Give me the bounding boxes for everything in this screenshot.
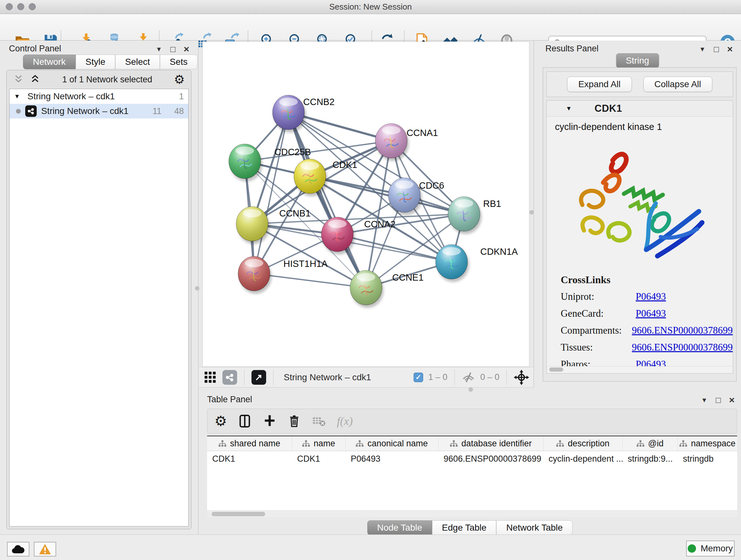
horizontal-splitter-handle[interactable] [468, 387, 473, 392]
network-collection-row[interactable]: ▼ String Network – cdk1 1 [10, 89, 188, 104]
section-expanded-icon[interactable]: ▼ [566, 105, 575, 112]
network-canvas[interactable]: CCNB2CCNA1CDC25BCDK1CDC6RB1CCNB1CCNA2CDK… [202, 42, 529, 367]
collection-count: 1 [179, 91, 184, 102]
expand-all-button[interactable]: Expand All [567, 77, 631, 92]
table-horizontal-scrollbar[interactable] [207, 511, 737, 517]
panel-float-icon[interactable]: □ [714, 44, 719, 54]
crosslinks-section: CrossLinks Uniprot: P06493 GeneCard: P06… [561, 274, 733, 370]
detach-view-icon[interactable] [252, 370, 266, 385]
results-horizontal-scrollbar[interactable] [547, 366, 732, 373]
crosslink-label: Tissues: [561, 341, 632, 353]
gene-name: CDK1 [595, 103, 622, 114]
tab-string[interactable]: String [616, 53, 659, 68]
cell-database-identifier: 9606.ENSP00000378699 [439, 454, 543, 464]
tab-style[interactable]: Style [76, 55, 115, 69]
minimize-window-button[interactable] [17, 3, 24, 10]
collapse-all-button[interactable]: Collapse All [643, 77, 712, 92]
tab-network[interactable]: Network [23, 55, 76, 69]
table-panel: Table Panel ▼ □ × ⚙ f(x) shared name nam… [199, 391, 741, 535]
hidden-eye-icon [462, 371, 475, 383]
panel-menu-icon[interactable]: ▼ [156, 46, 162, 53]
maximize-window-button[interactable] [29, 3, 36, 10]
svg-text:RB1: RB1 [483, 199, 501, 209]
toolbar-separator [507, 370, 507, 385]
show-columns-icon[interactable] [238, 414, 252, 429]
panel-close-icon[interactable]: × [729, 395, 735, 406]
network-panel-box: 1 of 1 Network selected ⚙ ▼ String Netwo… [6, 70, 192, 530]
network-panel-toolbar: 1 of 1 Network selected ⚙ [7, 70, 191, 89]
crosslink-row: Uniprot: P06493 [561, 291, 733, 302]
column-header[interactable]: canonical name [346, 436, 439, 451]
panel-float-icon[interactable]: □ [716, 395, 721, 405]
column-header[interactable]: description [543, 436, 623, 451]
tree-expanded-icon[interactable]: ▼ [14, 93, 23, 100]
warning-status-button[interactable] [34, 542, 56, 557]
table-header-row: shared name name canonical name database… [207, 436, 737, 451]
selected-checkbox[interactable]: ✓ [414, 373, 423, 382]
network-view-title: String Network – cdk1 [284, 372, 371, 382]
delete-table-icon-disabled [312, 415, 326, 428]
left-splitter-handle[interactable] [195, 286, 199, 291]
title-bar: Session: New Session [0, 0, 741, 14]
cell-shared-name: CDK1 [207, 454, 292, 464]
results-panel: Results Panel ▼ □ × String Expand All Co… [534, 41, 741, 388]
column-type-icon [679, 440, 687, 447]
table-gear-icon[interactable]: ⚙ [214, 414, 227, 428]
collapse-all-icon[interactable] [13, 75, 24, 84]
column-type-icon [219, 440, 226, 447]
expand-all-icon[interactable] [30, 75, 41, 84]
tab-select[interactable]: Select [115, 55, 160, 69]
memory-button[interactable]: Memory [686, 541, 735, 557]
crosslink-value[interactable]: 9606.ENSP00000378699 [632, 325, 733, 336]
results-actions: Expand All Collapse All [546, 71, 733, 97]
crosslinks-title: CrossLinks [561, 274, 733, 286]
cell-id: stringdb:9... [623, 454, 678, 464]
network-share-view-icon[interactable] [222, 370, 237, 385]
panel-float-icon[interactable]: □ [171, 44, 176, 54]
column-type-icon [556, 440, 564, 447]
panel-menu-icon[interactable]: ▼ [699, 46, 705, 53]
crosslink-value[interactable]: 9606.ENSP00000378699 [632, 341, 733, 353]
tab-node-table[interactable]: Node Table [367, 520, 432, 535]
control-panel-title: Control Panel [9, 44, 61, 54]
node-table: shared name name canonical name database… [207, 435, 737, 510]
network-view-toolbar: String Network – cdk1 ✓ 1 – 0 0 – 0 [199, 367, 534, 388]
network-row[interactable]: String Network – cdk1 11 48 [10, 104, 188, 118]
table-row[interactable]: CDK1 CDK1 P06493 9606.ENSP00000378699 cy… [207, 451, 737, 466]
panel-close-icon[interactable]: × [184, 44, 189, 55]
cell-name: CDK1 [292, 454, 346, 464]
fit-selected-crosshair-icon[interactable] [514, 370, 529, 385]
main-toolbar: ? [0, 14, 741, 41]
table-tabs: Node Table Edge Table Network Table [199, 520, 741, 535]
tab-network-table[interactable]: Network Table [496, 520, 572, 535]
right-splitter-handle[interactable] [529, 210, 534, 214]
gene-section-header[interactable]: ▼ CDK1 [547, 101, 733, 117]
network-node-count: 11 [152, 106, 161, 116]
panel-menu-icon[interactable]: ▼ [701, 396, 708, 404]
window-title: Session: New Session [329, 2, 412, 12]
create-column-icon[interactable] [263, 414, 277, 429]
crosslink-value[interactable]: P06493 [636, 291, 666, 302]
grid-view-icon[interactable] [203, 370, 217, 384]
gear-icon[interactable]: ⚙ [174, 73, 185, 85]
column-header[interactable]: @id [623, 436, 678, 451]
column-header[interactable]: namespace [678, 436, 737, 451]
svg-text:HIST1H1A: HIST1H1A [283, 259, 328, 269]
cloud-status-button[interactable] [7, 542, 29, 557]
results-panel-title: Results Panel [545, 44, 599, 54]
network-status-dot [16, 109, 21, 114]
column-header[interactable]: database identifier [439, 436, 543, 451]
panel-close-icon[interactable]: × [727, 44, 733, 55]
delete-column-icon[interactable] [287, 414, 301, 429]
tab-sets[interactable]: Sets [160, 55, 198, 69]
column-type-icon [356, 440, 363, 447]
tab-edge-table[interactable]: Edge Table [432, 520, 496, 535]
column-header[interactable]: name [292, 436, 346, 451]
protein-structure-image [565, 138, 715, 266]
column-header[interactable]: shared name [207, 436, 292, 451]
svg-text:CCNB2: CCNB2 [303, 97, 334, 107]
results-panel-controls: ▼ □ × [699, 44, 733, 55]
crosslink-value[interactable]: P06493 [636, 308, 666, 319]
close-window-button[interactable] [6, 3, 13, 10]
crosslink-label: GeneCard: [561, 308, 636, 319]
